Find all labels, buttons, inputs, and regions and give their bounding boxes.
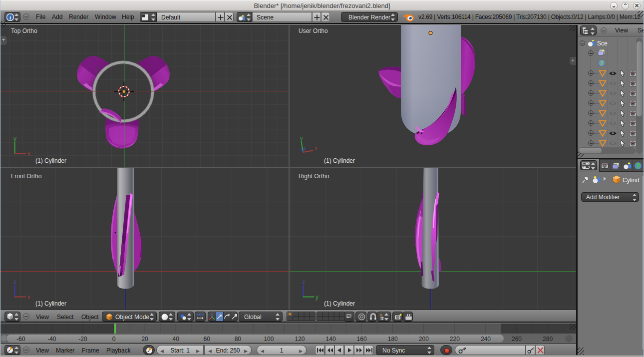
svg-text:x: x — [315, 145, 318, 151]
svg-text:z: z — [303, 145, 306, 151]
svg-text:y: y — [316, 294, 319, 301]
svg-text:y: y — [300, 135, 303, 141]
svg-text:y: y — [13, 135, 16, 142]
svg-text:i: i — [9, 14, 11, 20]
svg-text:x: x — [27, 150, 30, 157]
svg-text:z: z — [13, 279, 16, 286]
svg-text:z: z — [302, 279, 305, 286]
svg-text:x: x — [27, 294, 30, 301]
